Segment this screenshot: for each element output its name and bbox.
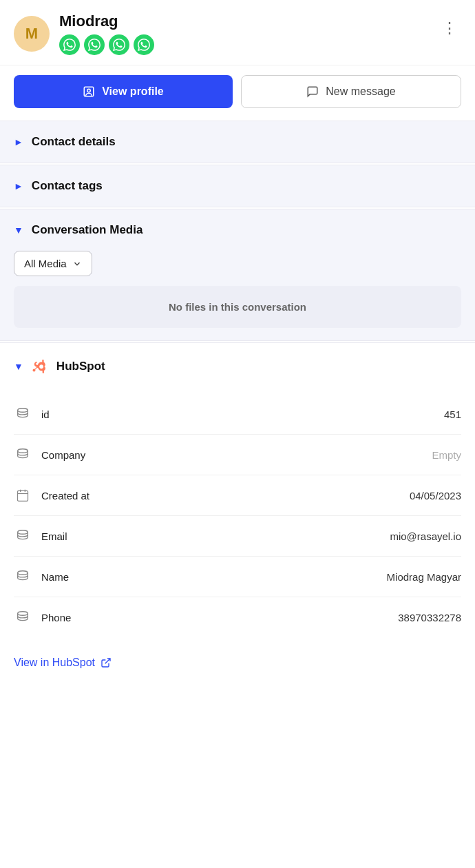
hubspot-header[interactable]: ▼ HubSpot	[0, 343, 475, 390]
contact-name: Miodrag	[59, 12, 154, 30]
whatsapp-icons	[59, 34, 154, 55]
avatar: M	[14, 16, 50, 52]
hubspot-field-row: id 451	[14, 394, 461, 435]
conversation-media-header[interactable]: ▼ Conversation Media	[0, 209, 475, 251]
no-files-box: No files in this conversation	[14, 286, 461, 328]
view-profile-button[interactable]: View profile	[14, 75, 233, 108]
field-value: Empty	[432, 449, 461, 461]
field-value: 38970332278	[398, 612, 461, 623]
svg-point-3	[18, 449, 28, 453]
svg-point-1	[87, 89, 91, 92]
svg-point-10	[18, 612, 28, 616]
new-message-label: New message	[326, 85, 395, 98]
stack-icon	[14, 405, 32, 423]
whatsapp-icon-2[interactable]	[84, 34, 105, 55]
svg-line-11	[105, 659, 110, 663]
hubspot-field-row: Phone 38970332278	[14, 597, 461, 637]
hubspot-title: HubSpot	[56, 360, 105, 373]
field-value: mio@rasayel.io	[390, 530, 461, 542]
stack-icon	[14, 527, 32, 545]
whatsapp-icon-1[interactable]	[59, 34, 80, 55]
field-label: Company	[41, 449, 422, 461]
contact-tags-section: ► Contact tags	[0, 165, 475, 207]
hubspot-chevron: ▼	[14, 361, 23, 372]
dropdown-chevron-icon	[72, 259, 82, 269]
field-label: Phone	[41, 612, 388, 623]
svg-point-2	[18, 409, 28, 413]
media-dropdown-label: All Media	[24, 258, 67, 269]
action-buttons: View profile New message	[0, 65, 475, 121]
contact-details-title: Contact details	[32, 135, 116, 149]
hubspot-fields: id 451 Company Empty Crea	[0, 390, 475, 651]
whatsapp-icon-3[interactable]	[109, 34, 129, 55]
header-left: M Miodrag	[14, 12, 154, 55]
stack-icon	[14, 446, 32, 464]
field-label: id	[41, 409, 434, 420]
hubspot-field-row: Company Empty	[14, 435, 461, 475]
contact-details-section: ► Contact details	[0, 121, 475, 163]
hubspot-field-row: Email mio@rasayel.io	[14, 516, 461, 557]
contact-details-chevron: ►	[14, 136, 23, 147]
external-link-icon	[101, 657, 112, 668]
contact-tags-title: Contact tags	[32, 179, 103, 193]
stack-icon	[14, 608, 32, 626]
field-label: Email	[41, 530, 380, 542]
contact-tags-chevron: ►	[14, 180, 23, 192]
media-type-dropdown[interactable]: All Media	[14, 251, 92, 276]
conversation-media-title: Conversation Media	[32, 223, 143, 237]
contact-details-header[interactable]: ► Contact details	[0, 121, 475, 163]
hubspot-logo-icon	[30, 357, 50, 376]
field-label: Name	[41, 571, 377, 583]
new-message-button[interactable]: New message	[241, 75, 461, 108]
conversation-media-body: All Media No files in this conversation	[0, 251, 475, 340]
hubspot-section: ▼ HubSpot id 451	[0, 342, 475, 685]
calendar-icon	[14, 486, 32, 504]
field-value: Miodrag Magyar	[387, 571, 461, 583]
message-icon	[306, 85, 319, 98]
field-value: 04/05/2023	[410, 490, 461, 502]
view-profile-label: View profile	[102, 85, 164, 98]
profile-icon	[83, 85, 95, 98]
view-in-hubspot-link[interactable]: View in HubSpot	[14, 657, 95, 669]
view-in-hubspot[interactable]: View in HubSpot	[0, 651, 475, 685]
more-options-button[interactable]: ⋮	[438, 15, 461, 41]
conversation-media-chevron: ▼	[14, 225, 23, 236]
hubspot-field-row: Created at 04/05/2023	[14, 475, 461, 516]
field-label: Created at	[41, 490, 400, 502]
conversation-media-section: ▼ Conversation Media All Media No files …	[0, 209, 475, 341]
svg-point-9	[18, 571, 28, 575]
contact-tags-header[interactable]: ► Contact tags	[0, 165, 475, 207]
svg-rect-4	[18, 490, 28, 501]
whatsapp-icon-4[interactable]	[134, 34, 154, 55]
stack-icon	[14, 568, 32, 586]
header: M Miodrag	[0, 0, 475, 65]
no-files-text: No files in this conversation	[169, 301, 306, 313]
field-value: 451	[444, 409, 461, 420]
svg-point-8	[18, 530, 28, 535]
header-name-area: Miodrag	[59, 12, 154, 55]
hubspot-field-row: Name Miodrag Magyar	[14, 557, 461, 597]
